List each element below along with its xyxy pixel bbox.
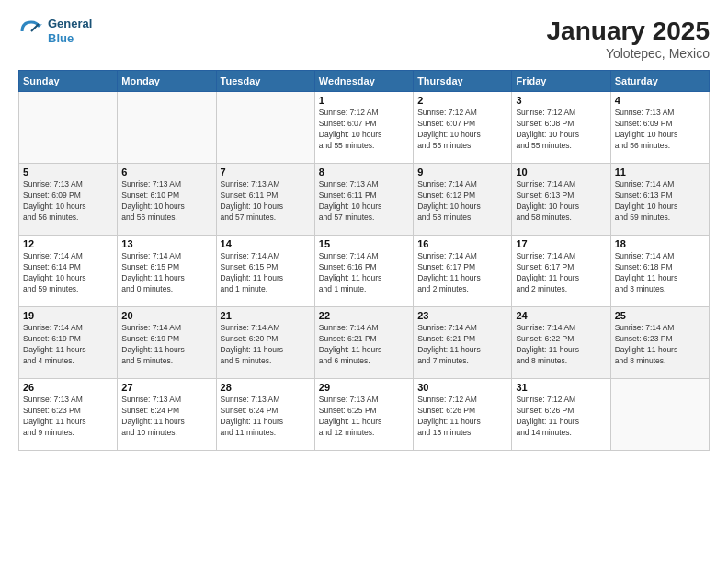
calendar-cell: 7Sunrise: 7:13 AM Sunset: 6:11 PM Daylig… [216, 164, 314, 236]
calendar-cell [216, 92, 314, 164]
calendar-cell: 3Sunrise: 7:12 AM Sunset: 6:08 PM Daylig… [512, 92, 610, 164]
calendar-cell: 6Sunrise: 7:13 AM Sunset: 6:10 PM Daylig… [118, 164, 216, 236]
calendar-cell: 17Sunrise: 7:14 AM Sunset: 6:17 PM Dayli… [512, 236, 610, 307]
calendar-cell: 27Sunrise: 7:13 AM Sunset: 6:24 PM Dayli… [118, 379, 216, 451]
calendar-cell: 16Sunrise: 7:14 AM Sunset: 6:17 PM Dayli… [414, 236, 512, 307]
day-number: 11 [615, 167, 705, 178]
day-detail: Sunrise: 7:14 AM Sunset: 6:14 PM Dayligh… [23, 251, 113, 295]
day-detail: Sunrise: 7:14 AM Sunset: 6:15 PM Dayligh… [221, 251, 311, 295]
day-detail: Sunrise: 7:14 AM Sunset: 6:16 PM Dayligh… [319, 251, 409, 295]
day-detail: Sunrise: 7:14 AM Sunset: 6:17 PM Dayligh… [516, 251, 606, 295]
day-detail: Sunrise: 7:12 AM Sunset: 6:07 PM Dayligh… [319, 108, 409, 152]
day-number: 16 [417, 238, 507, 249]
calendar-cell: 20Sunrise: 7:14 AM Sunset: 6:19 PM Dayli… [118, 307, 216, 379]
day-detail: Sunrise: 7:13 AM Sunset: 6:09 PM Dayligh… [615, 108, 705, 152]
day-detail: Sunrise: 7:14 AM Sunset: 6:17 PM Dayligh… [417, 251, 507, 295]
calendar-cell: 5Sunrise: 7:13 AM Sunset: 6:09 PM Daylig… [19, 164, 118, 236]
day-detail: Sunrise: 7:14 AM Sunset: 6:21 PM Dayligh… [417, 323, 507, 367]
logo-icon [18, 18, 44, 44]
day-number: 15 [319, 238, 409, 249]
header: General Blue January 2025 Yolotepec, Mex… [18, 17, 710, 61]
day-detail: Sunrise: 7:14 AM Sunset: 6:19 PM Dayligh… [121, 323, 211, 367]
day-detail: Sunrise: 7:12 AM Sunset: 6:26 PM Dayligh… [417, 395, 507, 439]
day-number: 24 [516, 310, 606, 321]
day-detail: Sunrise: 7:13 AM Sunset: 6:11 PM Dayligh… [221, 179, 311, 224]
day-detail: Sunrise: 7:14 AM Sunset: 6:22 PM Dayligh… [516, 323, 606, 367]
calendar-cell: 4Sunrise: 7:13 AM Sunset: 6:09 PM Daylig… [610, 92, 709, 164]
day-number: 21 [221, 310, 311, 321]
calendar-cell [118, 92, 216, 164]
day-detail: Sunrise: 7:14 AM Sunset: 6:13 PM Dayligh… [615, 179, 705, 224]
day-number: 23 [417, 310, 507, 321]
day-detail: Sunrise: 7:14 AM Sunset: 6:13 PM Dayligh… [516, 179, 606, 224]
calendar-dow-wednesday: Wednesday [314, 71, 413, 92]
calendar-cell: 12Sunrise: 7:14 AM Sunset: 6:14 PM Dayli… [19, 236, 118, 307]
calendar-dow-tuesday: Tuesday [216, 71, 314, 92]
calendar-cell: 23Sunrise: 7:14 AM Sunset: 6:21 PM Dayli… [414, 307, 512, 379]
day-detail: Sunrise: 7:14 AM Sunset: 6:19 PM Dayligh… [23, 323, 113, 367]
calendar-cell: 9Sunrise: 7:14 AM Sunset: 6:12 PM Daylig… [414, 164, 512, 236]
calendar-cell: 10Sunrise: 7:14 AM Sunset: 6:13 PM Dayli… [512, 164, 610, 236]
calendar-cell: 21Sunrise: 7:14 AM Sunset: 6:20 PM Dayli… [216, 307, 314, 379]
day-number: 8 [319, 167, 409, 178]
day-detail: Sunrise: 7:14 AM Sunset: 6:21 PM Dayligh… [319, 323, 409, 367]
calendar-location: Yolotepec, Mexico [547, 46, 710, 61]
day-detail: Sunrise: 7:13 AM Sunset: 6:24 PM Dayligh… [121, 395, 211, 439]
calendar-cell: 14Sunrise: 7:14 AM Sunset: 6:15 PM Dayli… [216, 236, 314, 307]
day-number: 26 [23, 382, 113, 393]
day-number: 20 [121, 310, 211, 321]
calendar-cell: 18Sunrise: 7:14 AM Sunset: 6:18 PM Dayli… [610, 236, 709, 307]
calendar-title: January 2025 [547, 17, 710, 46]
calendar-cell: 15Sunrise: 7:14 AM Sunset: 6:16 PM Dayli… [314, 236, 413, 307]
calendar-cell: 1Sunrise: 7:12 AM Sunset: 6:07 PM Daylig… [314, 92, 413, 164]
day-number: 14 [221, 238, 311, 249]
calendar-cell: 24Sunrise: 7:14 AM Sunset: 6:22 PM Dayli… [512, 307, 610, 379]
calendar-cell: 31Sunrise: 7:12 AM Sunset: 6:26 PM Dayli… [512, 379, 610, 451]
day-detail: Sunrise: 7:13 AM Sunset: 6:11 PM Dayligh… [319, 179, 409, 224]
day-detail: Sunrise: 7:14 AM Sunset: 6:20 PM Dayligh… [221, 323, 311, 367]
day-detail: Sunrise: 7:13 AM Sunset: 6:24 PM Dayligh… [221, 395, 311, 439]
day-number: 4 [615, 95, 705, 106]
calendar-cell: 25Sunrise: 7:14 AM Sunset: 6:23 PM Dayli… [610, 307, 709, 379]
day-number: 3 [516, 95, 606, 106]
calendar-week-row: 1Sunrise: 7:12 AM Sunset: 6:07 PM Daylig… [19, 92, 710, 164]
logo-text: General Blue [48, 17, 92, 45]
calendar-cell: 22Sunrise: 7:14 AM Sunset: 6:21 PM Dayli… [314, 307, 413, 379]
day-detail: Sunrise: 7:13 AM Sunset: 6:10 PM Dayligh… [121, 179, 211, 224]
day-number: 12 [23, 238, 113, 249]
day-number: 27 [121, 382, 211, 393]
calendar-table: SundayMondayTuesdayWednesdayThursdayFrid… [18, 70, 710, 451]
calendar-cell [610, 379, 709, 451]
day-number: 9 [417, 167, 507, 178]
day-number: 22 [319, 310, 409, 321]
calendar-cell: 2Sunrise: 7:12 AM Sunset: 6:07 PM Daylig… [414, 92, 512, 164]
day-number: 29 [319, 382, 409, 393]
day-number: 18 [615, 238, 705, 249]
calendar-week-row: 5Sunrise: 7:13 AM Sunset: 6:09 PM Daylig… [19, 164, 710, 236]
day-detail: Sunrise: 7:12 AM Sunset: 6:07 PM Dayligh… [417, 108, 507, 152]
day-number: 5 [23, 167, 113, 178]
day-number: 10 [516, 167, 606, 178]
day-number: 19 [23, 310, 113, 321]
calendar-cell: 8Sunrise: 7:13 AM Sunset: 6:11 PM Daylig… [314, 164, 413, 236]
calendar-dow-sunday: Sunday [19, 71, 118, 92]
day-number: 25 [615, 310, 705, 321]
day-detail: Sunrise: 7:14 AM Sunset: 6:15 PM Dayligh… [121, 251, 211, 295]
calendar-cell: 28Sunrise: 7:13 AM Sunset: 6:24 PM Dayli… [216, 379, 314, 451]
day-detail: Sunrise: 7:13 AM Sunset: 6:25 PM Dayligh… [319, 395, 409, 439]
day-detail: Sunrise: 7:13 AM Sunset: 6:23 PM Dayligh… [23, 395, 113, 439]
day-number: 31 [516, 382, 606, 393]
day-detail: Sunrise: 7:13 AM Sunset: 6:09 PM Dayligh… [23, 179, 113, 224]
calendar-cell: 13Sunrise: 7:14 AM Sunset: 6:15 PM Dayli… [118, 236, 216, 307]
day-number: 7 [221, 167, 311, 178]
day-number: 6 [121, 167, 211, 178]
calendar-week-row: 26Sunrise: 7:13 AM Sunset: 6:23 PM Dayli… [19, 379, 710, 451]
calendar-dow-monday: Monday [118, 71, 216, 92]
calendar-dow-thursday: Thursday [414, 71, 512, 92]
day-detail: Sunrise: 7:14 AM Sunset: 6:23 PM Dayligh… [615, 323, 705, 367]
day-detail: Sunrise: 7:12 AM Sunset: 6:26 PM Dayligh… [516, 395, 606, 439]
calendar-week-row: 19Sunrise: 7:14 AM Sunset: 6:19 PM Dayli… [19, 307, 710, 379]
calendar-dow-friday: Friday [512, 71, 610, 92]
page: General Blue January 2025 Yolotepec, Mex… [0, 0, 728, 563]
calendar-dow-saturday: Saturday [610, 71, 709, 92]
